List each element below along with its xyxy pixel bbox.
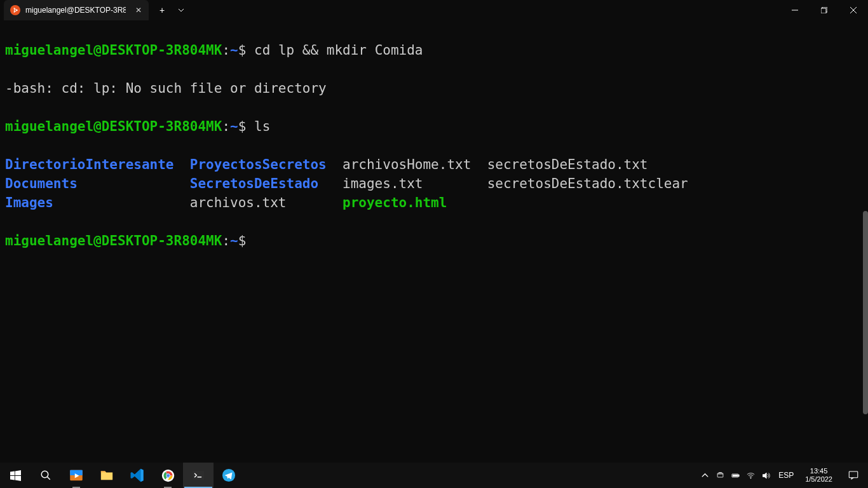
window-titlebar: miguelangel@DESKTOP-3R804MK: ~ ✕ + <box>0 0 868 20</box>
tab-dropdown-icon[interactable] <box>172 1 191 20</box>
clock-time: 13:45 <box>805 467 832 475</box>
prompt-user: miguelangel@DESKTOP-3R804MK <box>5 233 222 248</box>
minimize-button[interactable] <box>780 0 810 20</box>
vscode-button[interactable] <box>122 463 153 488</box>
close-tab-icon[interactable]: ✕ <box>133 5 144 15</box>
ls-entry: Documents <box>5 176 78 191</box>
media-player-icon <box>69 468 84 483</box>
svg-rect-4 <box>821 8 826 13</box>
new-tab-button[interactable]: + <box>153 1 172 20</box>
tray-chevron-up-icon[interactable] <box>697 463 712 488</box>
windows-taskbar: ESP 13:45 1/5/2022 <box>0 463 868 488</box>
ubuntu-icon <box>10 5 20 15</box>
svg-rect-12 <box>193 471 204 480</box>
ls-entry: archivos.txt <box>190 195 287 210</box>
ls-entry: images.txt <box>342 176 423 191</box>
terminal-output-line: DirectorioInteresante ProyectosSecretos … <box>5 155 863 174</box>
taskbar-left <box>0 463 244 488</box>
start-button[interactable] <box>0 463 31 488</box>
maximize-button[interactable] <box>810 0 839 20</box>
ls-entry: secretosDeEstado.txtclear <box>487 176 688 191</box>
svg-point-1 <box>17 10 18 11</box>
clock[interactable]: 13:45 1/5/2022 <box>799 467 839 484</box>
ls-entry: secretosDeEstado.txt <box>487 157 648 172</box>
terminal-output-line: Documents SecretosDeEstado images.txt se… <box>5 174 863 193</box>
windows-icon <box>8 468 23 483</box>
ls-entry: Images <box>5 195 53 210</box>
window-controls <box>780 0 868 20</box>
ls-entry: ProyectosSecretos <box>190 157 327 172</box>
chrome-icon <box>160 468 175 483</box>
ls-entry: DirectorioInteresante <box>5 157 174 172</box>
terminal-taskbar-button[interactable] <box>183 463 214 488</box>
svg-point-5 <box>41 471 48 478</box>
svg-point-18 <box>750 477 751 478</box>
notifications-button[interactable] <box>839 463 868 488</box>
search-icon <box>38 468 53 483</box>
battery-icon[interactable] <box>728 463 743 488</box>
telegram-button[interactable] <box>214 463 244 488</box>
wifi-icon[interactable] <box>743 463 758 488</box>
chrome-button[interactable] <box>153 463 183 488</box>
svg-point-2 <box>14 8 15 9</box>
onedrive-icon[interactable] <box>712 463 728 488</box>
scrollbar-thumb[interactable] <box>863 211 868 414</box>
terminal-line: miguelangel@DESKTOP-3R804MK:~$ ls <box>5 117 863 136</box>
language-indicator[interactable]: ESP <box>773 471 799 480</box>
terminal-output: -bash: cd: lp: No such file or directory <box>5 79 863 98</box>
prompt-path: ~ <box>230 233 238 248</box>
prompt-user: miguelangel@DESKTOP-3R804MK <box>5 43 222 58</box>
prompt-path: ~ <box>230 119 238 134</box>
ls-entry: proyecto.html <box>342 195 447 210</box>
svg-rect-16 <box>738 475 739 477</box>
telegram-icon <box>221 468 236 483</box>
clock-date: 1/5/2022 <box>805 475 832 484</box>
svg-rect-17 <box>733 475 738 477</box>
prompt-path: ~ <box>230 43 238 58</box>
vscode-icon <box>130 468 145 483</box>
terminal-body[interactable]: miguelangel@DESKTOP-3R804MK:~$ cd lp && … <box>0 20 868 463</box>
terminal-line: miguelangel@DESKTOP-3R804MK:~$ cd lp && … <box>5 41 863 60</box>
folder-icon <box>99 468 114 483</box>
search-button[interactable] <box>31 463 61 488</box>
command-text: ls <box>254 119 270 134</box>
prompt-user: miguelangel@DESKTOP-3R804MK <box>5 119 222 134</box>
media-player-button[interactable] <box>61 463 92 488</box>
svg-rect-19 <box>849 471 858 478</box>
terminal-tab[interactable]: miguelangel@DESKTOP-3R804MK: ~ ✕ <box>4 0 149 20</box>
ls-entry: SecretosDeEstado <box>190 176 318 191</box>
taskbar-right: ESP 13:45 1/5/2022 <box>697 463 868 488</box>
svg-point-0 <box>14 9 16 11</box>
volume-icon[interactable] <box>758 463 773 488</box>
terminal-output-line: Images archivos.txt proyecto.html <box>5 193 863 212</box>
tab-title: miguelangel@DESKTOP-3R804MK: ~ <box>25 6 126 15</box>
ls-output: DirectorioInteresante ProyectosSecretos … <box>5 155 863 212</box>
close-window-button[interactable] <box>839 0 868 20</box>
command-text: cd lp && mkdir Comida <box>254 43 423 58</box>
terminal-line: miguelangel@DESKTOP-3R804MK:~$ <box>5 231 863 250</box>
file-explorer-button[interactable] <box>92 463 122 488</box>
terminal-icon <box>191 468 206 483</box>
svg-point-3 <box>14 11 15 13</box>
ls-entry: archivosHome.txt <box>342 157 471 172</box>
